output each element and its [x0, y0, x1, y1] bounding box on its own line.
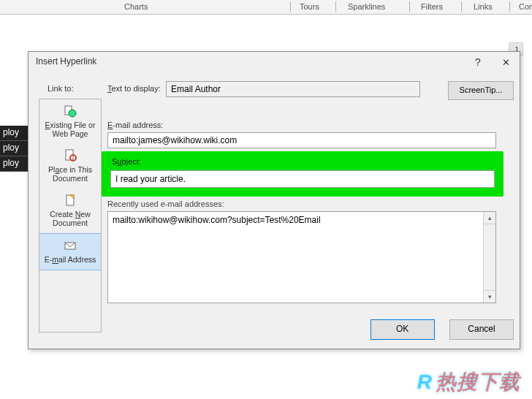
sheet-cell[interactable]: ploy	[0, 126, 28, 141]
sheet-cell[interactable]: ploy	[0, 141, 28, 156]
ribbon-group-tours: Tours	[300, 2, 319, 11]
scroll-up-icon[interactable]: ▴	[484, 212, 495, 224]
close-button[interactable]: ✕	[499, 56, 512, 69]
scrollbar[interactable]: ▴ ▾	[483, 212, 495, 303]
sidebar-email-address[interactable]: E-mail Address	[39, 233, 101, 270]
sidebar-create-new-document[interactable]: Create New Document	[39, 189, 101, 233]
dialog-titlebar[interactable]: Insert Hyperlink ? ✕	[28, 52, 520, 74]
ribbon-group-filters: Filters	[421, 2, 443, 11]
svg-point-1	[69, 110, 76, 117]
dialog-button-row: OK Cancel	[359, 319, 514, 340]
recently-used-listbox[interactable]: mailto:wikihow@wikihow.com?subject=Test%…	[107, 211, 496, 303]
cancel-button[interactable]: Cancel	[449, 319, 514, 340]
list-item[interactable]: mailto:wikihow@wikihow.com?subject=Test%…	[113, 215, 491, 225]
form-area: Text to display: ScreenTip... E-mail add…	[107, 81, 514, 343]
ribbon-group-links: Links	[474, 2, 493, 11]
ribbon-group-com: Com	[519, 2, 532, 11]
envelope-icon	[63, 238, 77, 253]
sidebar-place-in-document[interactable]: Place in This Document	[39, 144, 101, 189]
ok-button[interactable]: OK	[370, 319, 435, 340]
text-to-display-label: Text to display:	[107, 84, 161, 93]
recently-used-label: Recently used e-mail addresses:	[107, 200, 224, 208]
sheet-cell[interactable]: ploy	[0, 156, 28, 172]
subject-label: Subject:	[112, 157, 141, 166]
ribbon-separator	[290, 1, 291, 12]
subject-input[interactable]	[110, 170, 495, 188]
dialog-title: Insert Hyperlink	[36, 56, 96, 66]
email-address-label: E-mail address:	[107, 121, 163, 129]
new-document-icon	[63, 193, 77, 208]
document-target-icon	[63, 148, 77, 163]
globe-document-icon	[63, 104, 77, 118]
ribbon-group-sparklines: Sparklines	[348, 2, 385, 11]
screentip-button[interactable]: ScreenTip...	[448, 81, 514, 100]
ribbon-separator	[335, 1, 336, 12]
text-to-display-input[interactable]	[166, 81, 420, 97]
email-address-input[interactable]	[107, 132, 496, 148]
dialog-body: Link to: Existing File or Web Page Place…	[34, 74, 514, 343]
ribbon-separator	[409, 1, 410, 12]
ribbon-bar: Charts Tours Sparklines Filters Links Co…	[0, 0, 532, 15]
link-to-sidebar: Existing File or Web Page Place in This …	[39, 99, 102, 332]
ribbon-separator	[461, 1, 462, 12]
scroll-down-icon[interactable]: ▾	[484, 290, 495, 303]
ribbon-group-charts: Charts	[124, 2, 148, 11]
link-to-label: Link to:	[48, 84, 73, 93]
sidebar-existing-file[interactable]: Existing File or Web Page	[39, 99, 101, 144]
subject-highlight: Subject:	[102, 151, 503, 197]
help-button[interactable]: ?	[471, 56, 484, 69]
ribbon-separator	[509, 1, 510, 12]
insert-hyperlink-dialog: Insert Hyperlink ? ✕ Link to: Existing F…	[28, 51, 520, 349]
